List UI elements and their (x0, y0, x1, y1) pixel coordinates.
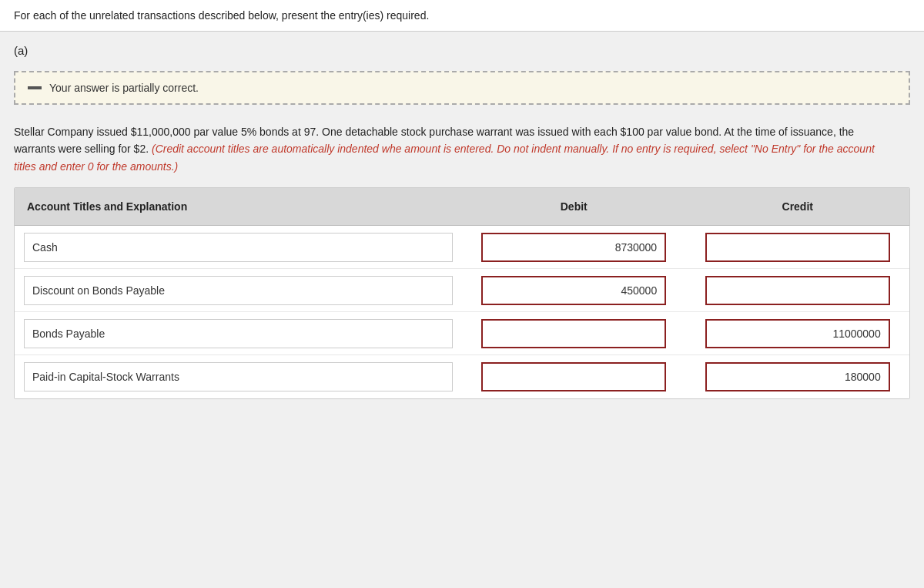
account-input-2[interactable] (24, 276, 453, 305)
debit-input-2[interactable] (481, 276, 666, 305)
credit-input-3[interactable] (705, 319, 890, 348)
credit-cell-2 (686, 270, 910, 311)
instruction-text: For each of the unrelated transactions d… (14, 9, 429, 22)
table-row (15, 355, 909, 398)
credit-input-4[interactable] (705, 362, 890, 391)
debit-cell-4 (462, 356, 686, 398)
table-row (15, 226, 909, 269)
credit-cell-3 (686, 313, 910, 354)
page-container: For each of the unrelated transactions d… (0, 0, 924, 588)
credit-input-1[interactable] (705, 233, 890, 262)
instruction-bar: For each of the unrelated transactions d… (0, 0, 924, 32)
section-label: (a) (0, 32, 924, 63)
account-cell-2 (15, 270, 462, 311)
minus-icon (28, 86, 42, 89)
journal-entry-table: Account Titles and Explanation Debit Cre… (14, 187, 910, 399)
col-header-debit: Debit (462, 196, 686, 217)
col-header-account: Account Titles and Explanation (15, 196, 462, 217)
debit-input-3[interactable] (481, 319, 666, 348)
partial-correct-box: Your answer is partially correct. (14, 71, 910, 105)
debit-cell-1 (462, 227, 686, 268)
col-header-credit: Credit (686, 196, 910, 217)
credit-input-2[interactable] (705, 276, 890, 305)
account-input-1[interactable] (24, 233, 453, 262)
partial-correct-text: Your answer is partially correct. (49, 82, 199, 94)
account-input-4[interactable] (24, 362, 453, 391)
account-cell-1 (15, 227, 462, 268)
table-header: Account Titles and Explanation Debit Cre… (15, 188, 909, 226)
account-cell-3 (15, 313, 462, 354)
credit-cell-4 (686, 356, 910, 398)
table-row (15, 312, 909, 355)
debit-cell-2 (462, 270, 686, 311)
problem-description: Stellar Company issued $11,000,000 par v… (0, 117, 909, 187)
account-input-3[interactable] (24, 319, 453, 348)
table-row (15, 269, 909, 312)
debit-input-4[interactable] (481, 362, 666, 391)
credit-cell-1 (686, 227, 910, 268)
account-cell-4 (15, 356, 462, 398)
debit-input-1[interactable] (481, 233, 666, 262)
debit-cell-3 (462, 313, 686, 354)
